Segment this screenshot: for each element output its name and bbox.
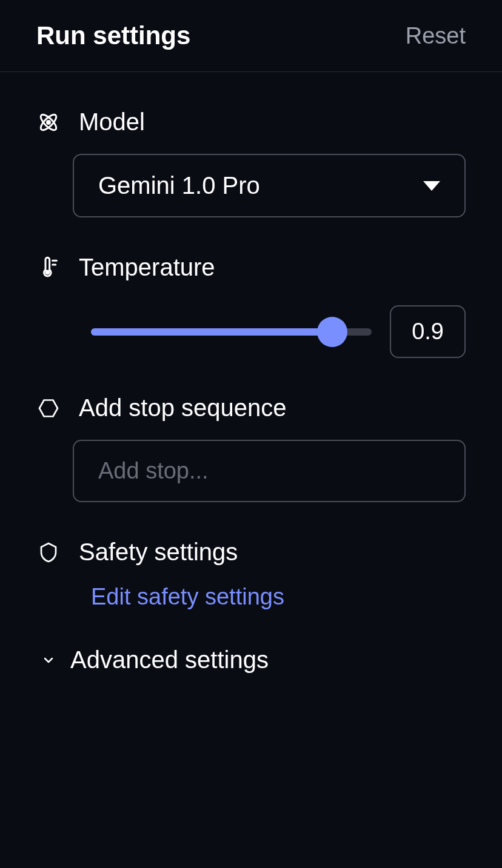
stop-sequence-label-row: Add stop sequence	[36, 394, 466, 422]
atom-icon	[36, 110, 61, 134]
temperature-slider[interactable]	[91, 328, 372, 336]
slider-thumb[interactable]	[317, 317, 347, 347]
temperature-label-row: Temperature	[36, 254, 466, 281]
edit-safety-settings-link[interactable]: Edit safety settings	[91, 584, 466, 610]
thermometer-icon	[36, 256, 61, 280]
svg-point-2	[47, 121, 50, 124]
temperature-label: Temperature	[79, 254, 215, 281]
panel-title: Run settings	[36, 21, 190, 50]
stop-sequence-input[interactable]	[73, 440, 466, 502]
temperature-slider-row: 0.9	[91, 305, 466, 358]
svg-point-3	[46, 271, 49, 274]
stop-sequence-label: Add stop sequence	[79, 394, 286, 422]
panel-header: Run settings Reset	[0, 0, 502, 72]
model-selected-value: Gemini 1.0 Pro	[98, 172, 260, 199]
safety-label: Safety settings	[79, 538, 238, 566]
svg-marker-6	[39, 400, 58, 416]
panel-content: Model Gemini 1.0 Pro Temperature	[0, 72, 502, 674]
caret-down-icon	[423, 181, 440, 191]
advanced-settings-toggle[interactable]: Advanced settings	[41, 646, 466, 674]
temperature-section: Temperature 0.9	[36, 254, 466, 358]
advanced-label: Advanced settings	[70, 646, 269, 674]
advanced-section: Advanced settings	[36, 646, 466, 674]
model-section: Model Gemini 1.0 Pro	[36, 108, 466, 217]
model-dropdown[interactable]: Gemini 1.0 Pro	[73, 154, 466, 217]
temperature-value-input[interactable]: 0.9	[390, 305, 466, 358]
slider-fill	[91, 328, 332, 336]
model-label-row: Model	[36, 108, 466, 136]
safety-label-row: Safety settings	[36, 538, 466, 566]
chevron-down-icon	[41, 653, 56, 668]
shield-icon	[36, 540, 61, 565]
model-label: Model	[79, 108, 145, 136]
reset-button[interactable]: Reset	[406, 23, 466, 49]
safety-section: Safety settings Edit safety settings	[36, 538, 466, 610]
stop-sequence-section: Add stop sequence	[36, 394, 466, 502]
hexagon-icon	[36, 396, 61, 420]
